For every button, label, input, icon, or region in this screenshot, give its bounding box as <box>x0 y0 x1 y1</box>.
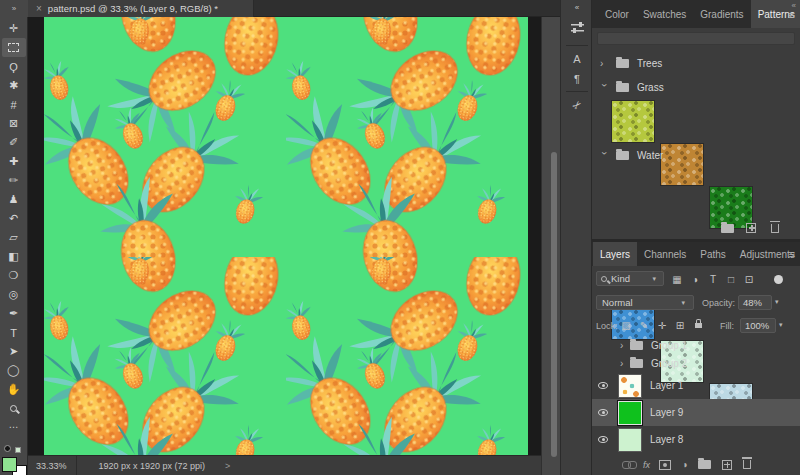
lock-image-pixels-icon[interactable]: ✎ <box>636 317 652 333</box>
layer-filter-kind-select[interactable]: Kind <box>596 271 664 286</box>
type-tool[interactable]: T <box>2 323 26 342</box>
dock-collapse-icon[interactable]: « <box>561 1 593 13</box>
tab-layers[interactable]: Layers <box>593 242 637 266</box>
blend-mode-select[interactable]: Normal <box>596 295 694 310</box>
chevron-down-icon[interactable] <box>779 321 786 329</box>
chevron-down-icon[interactable] <box>599 84 610 92</box>
delete-layer-button[interactable] <box>738 456 755 473</box>
vertical-scrollbar-thumb[interactable] <box>551 152 557 457</box>
status-chevron-icon[interactable]: > <box>225 461 230 471</box>
add-layer-mask-button[interactable] <box>656 456 673 473</box>
patterns-search-bar[interactable] <box>597 32 795 45</box>
tab-gradients[interactable]: Gradients <box>693 0 750 28</box>
zoom-readout[interactable]: 33.33% <box>28 456 77 475</box>
rectangular-marquee-tool[interactable] <box>2 38 26 57</box>
blend-mode-value: Normal <box>602 297 633 308</box>
layer-row-group-2[interactable]: Group 2 <box>592 354 800 372</box>
properties-panel-icon[interactable] <box>561 17 593 37</box>
tab-channels[interactable]: Channels <box>637 242 693 266</box>
filter-smart-objects-icon[interactable]: ⊡ <box>741 271 757 287</box>
panel-collapse-icon[interactable]: « <box>792 1 796 10</box>
pattern-group-trees[interactable]: Trees <box>600 58 662 69</box>
move-tool[interactable]: ✛ <box>2 19 26 38</box>
path-selection-tool[interactable]: ➤ <box>2 342 26 361</box>
opacity-value: 48% <box>743 297 762 308</box>
filter-shape-layers-icon[interactable]: □ <box>723 271 739 287</box>
layer-row-layer-8[interactable]: Layer 8 <box>592 426 800 453</box>
link-layers-button[interactable] <box>620 456 637 473</box>
lock-artboard-icon[interactable]: ⊞ <box>672 317 688 333</box>
chevron-down-icon[interactable] <box>599 152 610 160</box>
new-group-button[interactable] <box>696 456 713 473</box>
chevron-down-icon <box>681 299 688 307</box>
foreground-color-chip[interactable] <box>2 457 17 472</box>
quick-selection-tool[interactable]: ✱ <box>2 76 26 95</box>
layer-thumbnail[interactable] <box>618 374 642 398</box>
layer-thumbnail[interactable] <box>618 428 642 452</box>
layer-thumbnail[interactable] <box>618 401 642 425</box>
adjustment-layer-button[interactable]: ◑ <box>676 456 693 473</box>
character-panel-icon[interactable]: A <box>561 49 593 69</box>
zoom-tool[interactable] <box>2 399 26 418</box>
swap-colors-icon[interactable] <box>15 447 21 453</box>
eye-icon[interactable] <box>598 409 608 416</box>
lock-all-icon[interactable] <box>690 317 706 333</box>
gradient-tool[interactable]: ◧ <box>2 247 26 266</box>
clone-stamp-tool[interactable]: ♟ <box>2 190 26 209</box>
document-tab[interactable]: × pattern.psd @ 33.3% (Layer 9, RGB/8) * <box>28 0 254 17</box>
default-colors-icon[interactable] <box>4 445 11 452</box>
spot-healing-brush-tool[interactable]: ✚ <box>2 152 26 171</box>
pen-tool[interactable]: ✒ <box>2 304 26 323</box>
edit-toolbar-button[interactable]: … <box>2 418 26 430</box>
filter-adjustment-layers-icon[interactable]: ◑ <box>687 271 703 287</box>
smudge-tool[interactable]: ❍ <box>2 266 26 285</box>
toggle-circle-icon <box>774 275 783 284</box>
layer-row-layer-9[interactable]: Layer 9 <box>592 399 800 426</box>
new-pattern-button[interactable] <box>742 220 760 236</box>
pineapple-pattern <box>44 17 528 455</box>
eraser-tool[interactable]: ▱ <box>2 228 26 247</box>
toolbar-expand-icon[interactable]: » <box>0 0 28 17</box>
chevron-right-icon[interactable] <box>600 58 608 69</box>
lasso-tool[interactable]: Ϙ <box>2 57 26 76</box>
patterns-panel-menu-icon[interactable]: ≡ <box>789 9 795 21</box>
chevron-right-icon[interactable] <box>620 358 628 369</box>
scissors-panel-icon[interactable]: ✂ <box>559 87 596 124</box>
lock-transparent-pixels-icon[interactable]: ▨ <box>618 317 634 333</box>
delete-pattern-button[interactable] <box>766 220 784 236</box>
paragraph-panel-icon[interactable]: ¶ <box>561 69 593 89</box>
new-pattern-group-button[interactable] <box>718 220 736 236</box>
brush-tool[interactable]: ✏ <box>2 171 26 190</box>
chevron-down-icon[interactable] <box>775 298 782 306</box>
tab-color[interactable]: Color <box>598 0 636 28</box>
opacity-value-select[interactable]: 48% <box>738 295 772 310</box>
eye-icon[interactable] <box>598 436 608 443</box>
eye-icon[interactable] <box>598 382 608 389</box>
new-layer-button[interactable] <box>718 456 735 473</box>
pattern-swatch-grass-1[interactable] <box>611 100 655 143</box>
dodge-tool[interactable]: ◎ <box>2 285 26 304</box>
layers-panel-menu-icon[interactable]: ≡ <box>789 248 795 260</box>
chevron-right-icon[interactable] <box>620 340 628 351</box>
eyedropper-tool[interactable]: ✐ <box>2 133 26 152</box>
filter-type-layers-icon[interactable]: T <box>705 271 721 287</box>
ellipse-tool[interactable]: ◯ <box>2 361 26 380</box>
filter-pixel-layers-icon[interactable]: ▦ <box>669 271 685 287</box>
tab-paths[interactable]: Paths <box>693 242 733 266</box>
lock-position-icon[interactable]: ✛ <box>654 317 670 333</box>
layer-row-layer-1[interactable]: Layer 1 <box>592 372 800 399</box>
pattern-swatch-grass-2[interactable] <box>660 143 704 186</box>
history-brush-tool[interactable]: ↶ <box>2 209 26 228</box>
filter-toggle[interactable] <box>770 271 786 287</box>
pattern-group-grass[interactable]: Grass <box>600 82 664 93</box>
layer-row-group-1[interactable]: Group 1 <box>592 336 800 354</box>
tab-swatches[interactable]: Swatches <box>636 0 693 28</box>
pattern-group-water[interactable]: Water <box>600 150 663 161</box>
tab-close-icon[interactable]: × <box>36 4 42 14</box>
frame-tool[interactable]: ⊠ <box>2 114 26 133</box>
fill-value-select[interactable]: 100% <box>740 318 776 333</box>
hand-tool[interactable]: ✋ <box>2 380 26 399</box>
canvas-artwork[interactable] <box>44 17 528 455</box>
crop-tool[interactable]: # <box>2 95 26 114</box>
layer-effects-button[interactable]: fx <box>638 456 655 473</box>
